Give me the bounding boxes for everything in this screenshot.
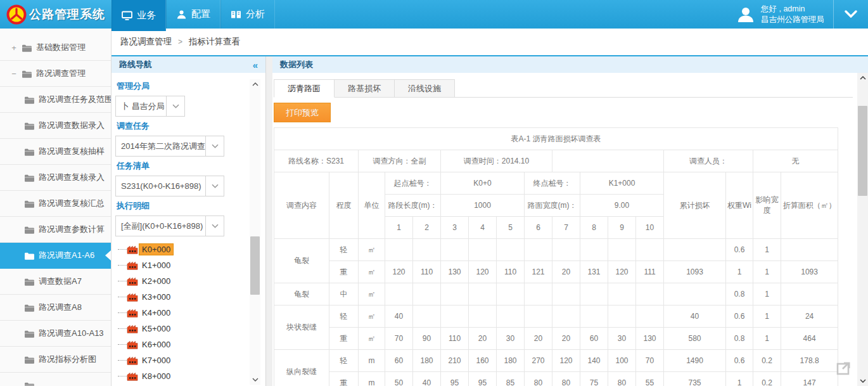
value-cell (580, 239, 608, 261)
data-list-scrollbar[interactable] (857, 73, 868, 386)
dropdown-3[interactable]: [全副](K0+0-K16+898) (115, 216, 224, 236)
segment-col-header: 9 (608, 217, 636, 239)
value-cell: 70 (385, 328, 413, 350)
sidebar-item-路况调查任务及范围[interactable]: 路况调查任务及范围 (0, 87, 111, 113)
sidebar-item-路况调查复核录入[interactable]: 路况调查复核录入 (0, 165, 111, 191)
tab-沥青路面[interactable]: 沥青路面 (274, 79, 335, 98)
sidebar-item-路况调查A8[interactable]: 路况调查A8 (0, 295, 111, 321)
value-cell: 180 (497, 350, 525, 372)
scroll-thumb[interactable] (858, 106, 867, 196)
sidebar-item-label: 路况调查管理 (36, 68, 86, 79)
tree-item-K1+000[interactable]: K1+000 (115, 257, 265, 273)
value-cell (636, 283, 664, 306)
chevron-down-icon[interactable] (205, 216, 224, 236)
breadcrumb: 路况调查管理 > 指标计算查看 (112, 29, 868, 56)
tree-item-K6+000[interactable]: K6+000 (115, 337, 265, 352)
scroll-down-icon[interactable] (250, 375, 260, 385)
scroll-up-icon[interactable] (857, 73, 868, 83)
nav-tab-analysis[interactable]: 分析 (220, 0, 275, 29)
popout-icon[interactable] (835, 359, 853, 377)
sidebar-item-调查数据A7[interactable]: 调查数据A7 (0, 269, 111, 295)
user-menu-toggle[interactable] (834, 0, 868, 29)
scroll-down-icon[interactable] (857, 376, 868, 386)
value-cell (441, 283, 469, 306)
sidebar-item-路况调查A10-A13[interactable]: 路况调查A10-A13 (0, 321, 111, 347)
influence-width-header: 影响宽度 (753, 172, 781, 239)
tab-沿线设施[interactable]: 沿线设施 (395, 79, 455, 98)
value-cell (385, 239, 413, 261)
sidebar-item-路况调查A1-A6[interactable]: 路况调查A1-A6 (0, 243, 111, 269)
top-bar: 公路管理系统 业务配置分析 您好 , admin 昌吉州公路管理局 (0, 0, 868, 29)
nav-tab-label: 分析 (246, 8, 265, 20)
damage-type-cell: 块状裂缝 (274, 306, 329, 350)
field-label-3: 执行明细 (117, 200, 265, 212)
nav-tab-config[interactable]: 配置 (166, 0, 220, 29)
sidebar-item-路况调查复核抽样[interactable]: 路况调查复核抽样 (0, 139, 111, 165)
dropdown-1[interactable]: 2014年第二次路况调查 (115, 136, 224, 157)
empty-cell (552, 150, 664, 172)
tree-item-label: K1+000 (139, 259, 174, 271)
value-cell: 90 (413, 328, 441, 350)
sidebar-item-路况调查管理[interactable]: −路况调查管理 (0, 61, 111, 87)
value-cell: 95 (441, 372, 469, 386)
value-cell: 120 (385, 261, 413, 283)
scroll-up-icon[interactable] (250, 79, 260, 89)
value-cell: 55 (636, 372, 664, 386)
tree-item-K5+000[interactable]: K5+000 (115, 321, 265, 337)
chevron-down-icon (845, 9, 857, 20)
degree-cell: 重 (329, 328, 359, 350)
collapse-panel-icon[interactable]: « (253, 60, 258, 70)
sidebar-item-路况调查数据录入[interactable]: 路况调查数据录入 (0, 113, 111, 139)
value-cell (636, 239, 664, 261)
user-box[interactable]: 您好 , admin 昌吉州公路管理局 (727, 0, 833, 29)
weight-cell: 0.8 (726, 283, 753, 306)
weight-cell: 0.8 (726, 328, 753, 350)
sidebar-item-路况指标分析图[interactable]: 路况指标分析图 (0, 347, 111, 373)
value-cell: 160 (469, 350, 497, 372)
tree-item-K3+000[interactable]: K3+000 (115, 289, 265, 305)
tree-connector (118, 249, 127, 250)
value-cell (413, 239, 441, 261)
table-row: 重m5040959585808075805573510.2147 (274, 372, 838, 386)
chevron-down-icon[interactable] (166, 96, 184, 116)
value-cell (497, 283, 525, 306)
damage-report-table: 表A-1 沥青路面损坏调查表路线名称：S231调查方向：全副调查时间：2014.… (274, 127, 838, 386)
road-width-label: 路面宽度(m)： (525, 195, 580, 217)
route-nav-scrollbar[interactable] (250, 79, 260, 385)
tree-item-K7+000[interactable]: K7+000 (115, 352, 265, 368)
segment-col-header: 10 (636, 217, 664, 239)
expander-icon[interactable]: + (10, 43, 18, 53)
dropdown-2[interactable]: S231(K0+0-K16+898) (115, 176, 224, 196)
total-cell: 40 (664, 306, 726, 328)
sidebar-item-路况调查参数计算[interactable]: 路况调查参数计算 (0, 217, 111, 243)
chevron-down-icon[interactable] (205, 176, 224, 196)
nav-tab-label: 业务 (137, 10, 156, 22)
expander-icon[interactable]: − (10, 69, 18, 79)
route-nav-body: 管理分局卜 昌吉分局调查任务2014年第二次路况调查任务清单S231(K0+0-… (112, 73, 265, 386)
sidebar-item-partial[interactable] (0, 373, 111, 386)
dropdown-0[interactable]: 卜 昌吉分局 (115, 96, 185, 117)
table-row: 重㎡70901102030202060301305800.81464 (274, 328, 838, 350)
tree-item-label: K7+000 (139, 354, 174, 366)
tree-item-K2+000[interactable]: K2+000 (115, 273, 265, 289)
area-cell: 1093 (781, 261, 838, 283)
tab-路基损坏[interactable]: 路基损坏 (335, 79, 395, 98)
tree-item-K8+000[interactable]: K8+000 (115, 368, 265, 384)
value-cell (636, 306, 664, 328)
sidebar-item-路况调查复核汇总[interactable]: 路况调查复核汇总 (0, 191, 111, 217)
folder-icon (24, 173, 35, 183)
value-cell: 111 (636, 261, 664, 283)
value-cell (608, 283, 636, 306)
breadcrumb-item-parent[interactable]: 路况调查管理 (120, 36, 172, 48)
print-preview-button[interactable]: 打印预览 (274, 103, 331, 122)
survey-time-cell: 调查时间：2014.10 (441, 150, 552, 172)
nav-tab-business[interactable]: 业务 (112, 0, 166, 31)
tree-item-K4+000[interactable]: K4+000 (115, 305, 265, 321)
chevron-down-icon[interactable] (205, 136, 224, 156)
tree-item-K0+000[interactable]: K0+000 (115, 241, 265, 257)
value-cell: 110 (497, 261, 525, 283)
factory-icon (127, 261, 138, 270)
value-cell (413, 283, 441, 306)
sidebar-item-基础数据管理[interactable]: +基础数据管理 (0, 35, 111, 61)
scroll-thumb[interactable] (250, 236, 260, 295)
